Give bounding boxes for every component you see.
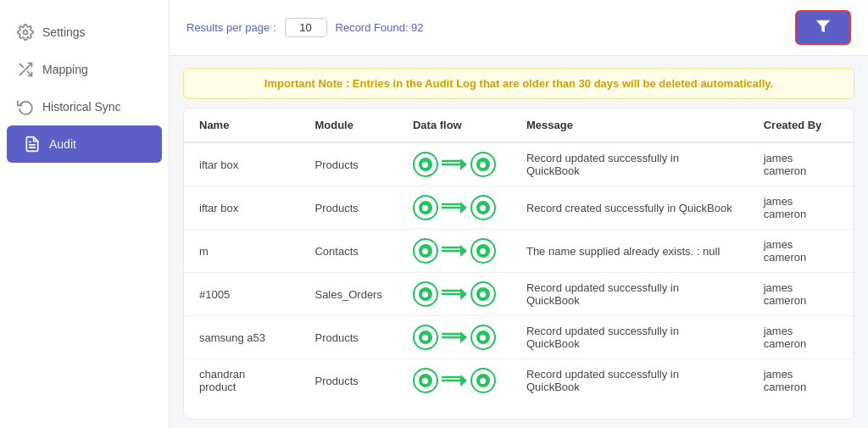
table-row: iftar boxProducts Record created success… bbox=[184, 186, 854, 230]
cell-module: Products bbox=[299, 142, 397, 186]
cell-name: samsung a53 bbox=[184, 316, 299, 359]
cell-dataflow bbox=[398, 142, 511, 186]
svg-marker-21 bbox=[460, 331, 467, 343]
svg-marker-24 bbox=[460, 375, 467, 386]
dest-icon bbox=[470, 152, 496, 177]
cell-message: Record updated successfully in QuickBook bbox=[511, 273, 748, 316]
cell-name: chandran product bbox=[184, 359, 299, 403]
cell-module: Products bbox=[299, 186, 397, 230]
cell-module: Products bbox=[299, 359, 397, 403]
audit-icon bbox=[24, 136, 41, 153]
arrow-line bbox=[440, 158, 469, 170]
sidebar-item-label: Historical Sync bbox=[42, 100, 121, 114]
cell-message: Record updated successfully in QuickBook bbox=[511, 359, 748, 403]
arrow-line bbox=[440, 375, 469, 386]
main-content: Results per page : Record Found: 92 Impo… bbox=[170, 0, 868, 428]
topbar-left: Results per page : Record Found: 92 bbox=[186, 18, 424, 37]
source-icon bbox=[413, 238, 438, 264]
source-icon bbox=[413, 281, 438, 307]
table-row: samsung a53Products Record updated succe… bbox=[184, 316, 854, 359]
table-row: mContacts The name supplied already exis… bbox=[184, 230, 854, 273]
svg-marker-9 bbox=[460, 158, 467, 170]
cell-message: Record created successfully in QuickBook bbox=[511, 186, 748, 230]
table-row: chandran productProducts Record updated … bbox=[184, 359, 854, 403]
dataflow-visual bbox=[413, 281, 496, 307]
col-message: Message bbox=[511, 108, 748, 142]
table-row: #1005Sales_Orders Record updated success… bbox=[184, 273, 854, 316]
source-icon bbox=[413, 195, 438, 220]
cell-message: The name supplied already exists. : null bbox=[511, 230, 748, 273]
sidebar-item-mapping[interactable]: Mapping bbox=[0, 51, 169, 88]
col-created-by: Created By bbox=[748, 108, 854, 142]
notice-text: Important Note : Entries in the Audit Lo… bbox=[264, 77, 773, 90]
sidebar-item-historical-sync[interactable]: Historical Sync bbox=[0, 88, 169, 125]
important-notice: Important Note : Entries in the Audit Lo… bbox=[183, 68, 854, 99]
dest-icon bbox=[470, 281, 496, 307]
cell-created-by: james cameron bbox=[748, 273, 854, 316]
results-per-page-label: Results per page : bbox=[186, 21, 276, 34]
sidebar-item-audit[interactable]: Audit bbox=[7, 125, 162, 163]
dataflow-visual bbox=[413, 368, 496, 393]
arrow-line bbox=[440, 331, 469, 343]
source-icon bbox=[413, 325, 438, 350]
source-icon bbox=[413, 152, 438, 177]
settings-icon bbox=[17, 24, 34, 41]
historical-icon bbox=[17, 98, 34, 115]
audit-table: Name Module Data flow Message Created By… bbox=[184, 108, 854, 402]
cell-created-by: james cameron bbox=[748, 230, 854, 273]
svg-point-0 bbox=[24, 31, 28, 35]
cell-message: Record updated successfully in QuickBook bbox=[511, 316, 748, 359]
cell-dataflow bbox=[398, 230, 511, 273]
cell-module: Sales_Orders bbox=[299, 273, 397, 316]
col-module: Module bbox=[299, 108, 397, 142]
col-name: Name bbox=[184, 108, 299, 142]
dataflow-visual bbox=[413, 238, 496, 264]
filter-button[interactable] bbox=[795, 10, 851, 45]
col-dataflow: Data flow bbox=[398, 108, 511, 142]
dataflow-visual bbox=[413, 152, 496, 177]
cell-created-by: james cameron bbox=[748, 316, 854, 359]
sidebar-item-label: Audit bbox=[49, 137, 76, 151]
cell-name: iftar box bbox=[184, 142, 299, 186]
dataflow-visual bbox=[413, 195, 496, 220]
svg-marker-6 bbox=[817, 20, 830, 32]
arrow-line bbox=[440, 202, 469, 214]
results-per-page-input[interactable] bbox=[285, 18, 327, 37]
cell-created-by: james cameron bbox=[748, 359, 854, 403]
cell-message: Record updated successfully in QuickBook bbox=[511, 142, 748, 186]
cell-name: iftar box bbox=[184, 186, 299, 230]
svg-marker-18 bbox=[460, 288, 467, 300]
sidebar-item-label: Mapping bbox=[42, 63, 88, 76]
table-header-row: Name Module Data flow Message Created By bbox=[184, 108, 854, 142]
svg-marker-15 bbox=[460, 245, 467, 257]
cell-dataflow bbox=[398, 316, 511, 359]
cell-name: #1005 bbox=[184, 273, 299, 316]
sidebar-item-settings[interactable]: Settings bbox=[0, 14, 169, 51]
arrow-line bbox=[440, 245, 469, 257]
table-row: iftar boxProducts Record updated success… bbox=[184, 142, 854, 186]
filter-icon bbox=[815, 19, 831, 36]
mapping-icon bbox=[17, 61, 34, 78]
dataflow-visual bbox=[413, 325, 496, 350]
dest-icon bbox=[470, 325, 496, 350]
dest-icon bbox=[470, 368, 496, 393]
source-icon bbox=[413, 368, 438, 393]
cell-module: Contacts bbox=[299, 230, 397, 273]
cell-module: Products bbox=[299, 316, 397, 359]
dest-icon bbox=[470, 238, 496, 264]
cell-dataflow bbox=[398, 273, 511, 316]
arrow-line bbox=[440, 288, 469, 300]
svg-marker-12 bbox=[460, 202, 467, 214]
sidebar-item-label: Settings bbox=[42, 25, 86, 39]
cell-created-by: james cameron bbox=[748, 186, 854, 230]
sidebar: Settings Mapping Historical Sync Audit bbox=[0, 0, 170, 428]
record-found-label: Record Found: 92 bbox=[336, 21, 424, 34]
topbar: Results per page : Record Found: 92 bbox=[170, 0, 868, 56]
cell-created-by: james cameron bbox=[748, 142, 854, 186]
cell-dataflow bbox=[398, 359, 511, 403]
audit-table-container: Name Module Data flow Message Created By… bbox=[183, 108, 854, 420]
svg-line-3 bbox=[19, 64, 23, 67]
dest-icon bbox=[470, 195, 496, 220]
cell-name: m bbox=[184, 230, 299, 273]
cell-dataflow bbox=[398, 186, 511, 230]
